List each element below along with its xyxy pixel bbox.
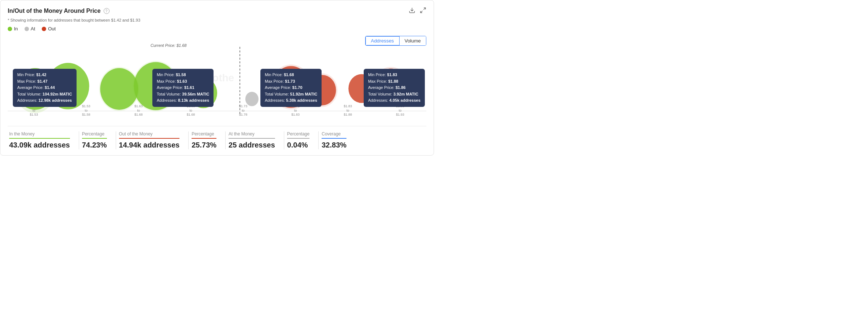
stat-out-pct-label: Percentage: [192, 131, 216, 139]
chart-area: Addresses Volume intothe: [8, 36, 426, 120]
stat-out-the-money: Out of the Money 14.94k addresses: [118, 131, 187, 149]
header-icons: [409, 7, 426, 15]
stat-out-pct-value: 25.73%: [192, 141, 216, 149]
divider-6: [318, 131, 319, 149]
tooltip-1-avg: Average Price: $1.44: [17, 85, 72, 91]
x-label-5: $1.73to$1.78: [239, 104, 248, 117]
tooltip-1-max: Max Price: $1.47: [17, 78, 72, 85]
help-icon[interactable]: ?: [104, 8, 110, 14]
x-label-7: $1.83to$1.88: [344, 104, 352, 117]
legend-label-in: In: [14, 26, 18, 31]
divider-4: [225, 131, 226, 149]
tooltip-3-avg: Average Price: $1.70: [265, 85, 317, 91]
tooltip-2-avg: Average Price: $1.61: [157, 85, 209, 91]
tooltip-2-min: Min Price: $1.58: [157, 72, 209, 78]
toggle-volume[interactable]: Volume: [400, 36, 426, 45]
stat-at-percentage: Percentage 0.04%: [286, 131, 317, 149]
tooltip-3-vol: Total Volume: 51.92m MATIC: [265, 91, 317, 98]
legend-in: In: [8, 26, 18, 31]
svg-line-1: [424, 8, 426, 10]
current-price-label: Current Price: $1.68: [151, 43, 186, 48]
tooltip-4-max: Max Price: $1.88: [368, 78, 420, 85]
subtitle: * Showing information for addresses that…: [8, 18, 426, 22]
tooltip-1-addr: Addresses: 12.98k addresses: [17, 97, 72, 104]
expand-icon[interactable]: [420, 7, 426, 15]
tooltip-2-addr: Addresses: 8.13k addresses: [157, 97, 209, 104]
tooltip-4: Min Price: $1.83 Max Price: $1.88 Averag…: [364, 69, 425, 107]
main-container: In/Out of the Money Around Price ? * Sho…: [0, 0, 434, 156]
legend-dot-in: [8, 27, 12, 31]
header-row: In/Out of the Money Around Price ?: [8, 7, 426, 15]
divider-1: [79, 131, 79, 149]
stat-in-pct-value: 74.23%: [82, 141, 107, 149]
toggle-addresses[interactable]: Addresses: [366, 36, 400, 45]
stat-in-money-label: In the Money: [9, 131, 70, 139]
stat-out-percentage: Percentage 25.73%: [190, 131, 224, 149]
tooltip-1: Min Price: $1.42 Max Price: $1.47 Averag…: [13, 69, 77, 107]
tooltip-3-addr: Addresses: 5.38k addresses: [265, 97, 317, 104]
divider-2: [116, 131, 116, 149]
stat-coverage-label: Coverage: [322, 131, 346, 139]
divider-3: [188, 131, 189, 149]
tooltip-3: Min Price: $1.68 Max Price: $1.73 Averag…: [260, 69, 322, 107]
tooltip-1-min: Min Price: $1.42: [17, 72, 72, 78]
tooltip-4-addr: Addresses: 4.05k addresses: [368, 97, 420, 104]
stat-at-pct-value: 0.04%: [287, 141, 309, 149]
download-icon[interactable]: [409, 7, 415, 15]
page-title: In/Out of the Money Around Price: [8, 8, 101, 14]
stat-at-money-label: At the Money: [229, 131, 275, 139]
stat-at-pct-label: Percentage: [287, 131, 309, 139]
stat-in-percentage: Percentage 74.23%: [81, 131, 114, 149]
title-row: In/Out of the Money Around Price ?: [8, 8, 110, 14]
legend-dot-out: [42, 27, 46, 31]
stat-in-pct-label: Percentage: [82, 131, 107, 139]
stat-in-the-money: In the Money 43.09k addresses: [8, 131, 77, 149]
stat-coverage: Coverage 32.83%: [320, 131, 354, 149]
tooltip-2: Min Price: $1.58 Max Price: $1.63 Averag…: [152, 69, 214, 107]
legend-out: Out: [42, 26, 56, 31]
stat-in-money-value: 43.09k addresses: [9, 141, 70, 149]
x-label-3: $1.63to$1.68: [134, 104, 143, 117]
tooltip-3-max: Max Price: $1.73: [265, 78, 317, 85]
tooltip-2-max: Max Price: $1.63: [157, 78, 209, 85]
stat-at-money-value: 25 addresses: [229, 141, 275, 149]
stat-out-money-value: 14.94k addresses: [119, 141, 180, 149]
svg-line-2: [420, 11, 422, 13]
stat-out-money-label: Out of the Money: [119, 131, 180, 139]
tooltip-4-min: Min Price: $1.83: [368, 72, 420, 78]
legend-label-out: Out: [48, 26, 56, 31]
stat-coverage-value: 32.83%: [322, 141, 346, 149]
tooltip-3-min: Min Price: $1.68: [265, 72, 317, 78]
tooltip-1-vol: Total Volume: 104.92m MATIC: [17, 91, 72, 98]
tooltip-4-vol: Total Volume: 3.92m MATIC: [368, 91, 420, 98]
tooltip-4-avg: Average Price: $1.86: [368, 85, 420, 91]
legend-dot-at: [25, 27, 29, 31]
legend-label-at: At: [31, 26, 35, 31]
divider-5: [284, 131, 284, 149]
legend-at: At: [25, 26, 35, 31]
stat-at-the-money: At the Money 25 addresses: [227, 131, 282, 149]
x-label-2: $1.53to$1.58: [82, 104, 90, 117]
tooltip-2-vol: Total Volume: 39.56m MATIC: [157, 91, 209, 98]
legend: In At Out: [8, 26, 426, 31]
toggle-row: Addresses Volume: [365, 36, 426, 46]
